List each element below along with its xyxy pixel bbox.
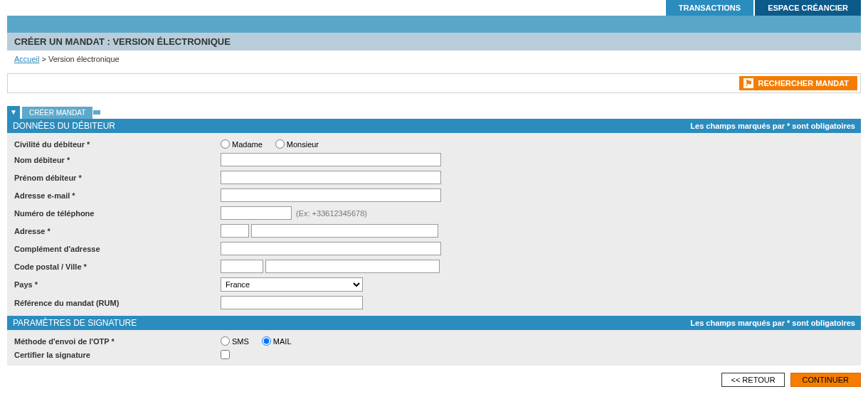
tab-espace-creancier[interactable]: ESPACE CRÉANCIER bbox=[755, 0, 861, 16]
search-run-icon: ⚑ bbox=[743, 78, 753, 88]
required-note-sign: Les champs marqués par * sont obligatoir… bbox=[690, 319, 855, 327]
section-sign-title: PARAMÈTRES DE SIGNATURE bbox=[13, 318, 137, 328]
tel-label: Numéro de téléphone bbox=[7, 209, 221, 218]
otp-label: Méthode d'envoi de l'OTP * bbox=[7, 337, 221, 346]
retour-button[interactable]: << RETOUR bbox=[721, 373, 784, 387]
otp-sms-radio[interactable] bbox=[221, 336, 230, 346]
prenom-label: Prénom débiteur * bbox=[7, 174, 221, 182]
otp-mail-label: MAIL bbox=[273, 337, 292, 346]
tab-transactions[interactable]: TRANSACTIONS bbox=[666, 0, 753, 16]
continuer-button[interactable]: CONTINUER bbox=[790, 373, 861, 387]
complement-input[interactable] bbox=[221, 242, 441, 255]
search-mandate-label: RECHERCHER MANDAT bbox=[758, 79, 849, 87]
required-note-debtor: Les champs marqués par * sont obligatoir… bbox=[690, 122, 855, 130]
certifier-label: Certifier la signature bbox=[7, 351, 221, 359]
tab-spacer bbox=[93, 110, 100, 115]
debtor-form: Civilité du débiteur * Madame Monsieur N… bbox=[7, 133, 861, 316]
pays-select[interactable]: France bbox=[221, 277, 363, 292]
adresse-street-input[interactable] bbox=[251, 224, 438, 238]
header-bar bbox=[7, 16, 861, 33]
tab-dropdown-icon[interactable] bbox=[7, 106, 20, 119]
civilite-monsieur-label: Monsieur bbox=[287, 140, 319, 149]
tel-hint: (Ex: +33612345678) bbox=[296, 209, 367, 218]
nom-input[interactable] bbox=[221, 153, 441, 166]
breadcrumb-sep: > bbox=[39, 55, 48, 63]
search-mandate-button[interactable]: ⚑ RECHERCHER MANDAT bbox=[739, 76, 857, 90]
nom-label: Nom débiteur * bbox=[7, 156, 221, 164]
breadcrumb: Accueil > Version électronique bbox=[0, 53, 868, 73]
pays-label: Pays * bbox=[7, 280, 221, 289]
civilite-madame-label: Madame bbox=[232, 140, 263, 149]
complement-label: Complément d'adresse bbox=[7, 245, 221, 253]
civilite-monsieur-radio[interactable] bbox=[275, 139, 285, 149]
section-debtor-title: DONNÉES DU DÉBITEUR bbox=[13, 121, 115, 131]
otp-sms-label: SMS bbox=[232, 337, 249, 346]
civilite-madame-radio[interactable] bbox=[221, 139, 230, 149]
adresse-num-input[interactable] bbox=[221, 224, 249, 238]
tel-input[interactable] bbox=[221, 206, 292, 220]
breadcrumb-home[interactable]: Accueil bbox=[14, 55, 39, 63]
adresse-label: Adresse * bbox=[7, 227, 221, 235]
page-title: CRÉER UN MANDAT : VERSION ÉLECTRONIQUE bbox=[7, 33, 861, 51]
rum-label: Référence du mandat (RUM) bbox=[7, 299, 221, 307]
email-label: Adresse e-mail * bbox=[7, 191, 221, 200]
cp-input[interactable] bbox=[221, 260, 263, 273]
section-sign-header: PARAMÈTRES DE SIGNATURE Les champs marqu… bbox=[7, 316, 861, 330]
sign-form: Méthode d'envoi de l'OTP * SMS MAIL Cert… bbox=[7, 330, 861, 366]
rum-input[interactable] bbox=[221, 296, 363, 309]
tab-create-mandate[interactable]: CRÉER MANDAT bbox=[22, 107, 93, 119]
cp-ville-label: Code postal / Ville * bbox=[7, 262, 221, 271]
breadcrumb-current: Version électronique bbox=[48, 55, 120, 63]
search-bar: ⚑ RECHERCHER MANDAT bbox=[7, 73, 861, 93]
otp-mail-radio[interactable] bbox=[262, 336, 271, 346]
email-input[interactable] bbox=[221, 188, 441, 202]
ville-input[interactable] bbox=[265, 260, 440, 273]
civilite-label: Civilité du débiteur * bbox=[7, 140, 221, 149]
section-debtor-header: DONNÉES DU DÉBITEUR Les champs marqués p… bbox=[7, 119, 861, 133]
certifier-checkbox[interactable] bbox=[221, 350, 230, 359]
prenom-input[interactable] bbox=[221, 171, 441, 184]
